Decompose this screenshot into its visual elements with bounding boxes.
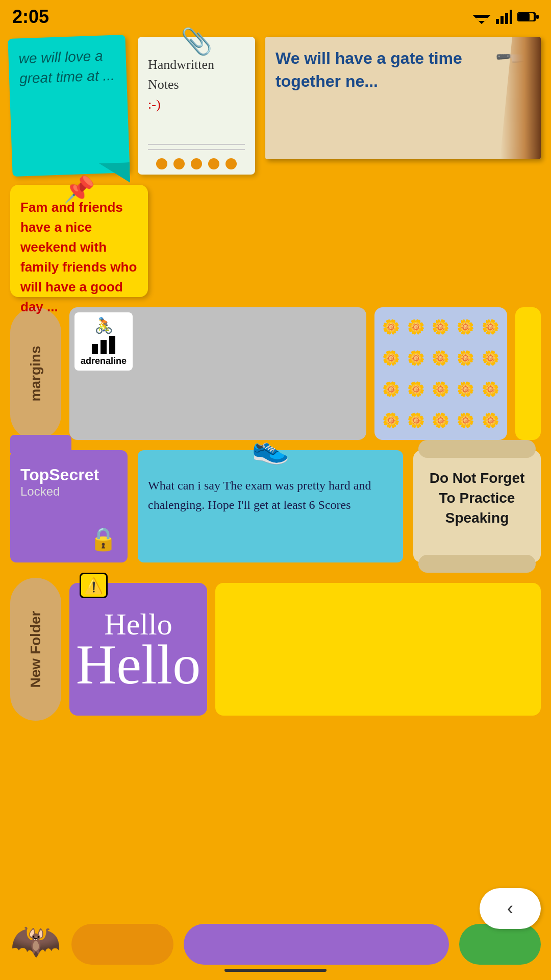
flower: 🌼	[431, 345, 452, 372]
shoe-sticker: 👟	[252, 430, 290, 466]
cyan-note-text: we will love a great time at ...	[18, 45, 117, 89]
row-1: we will love a great time at ... 📎 Handw…	[10, 37, 541, 175]
flower: 🌼	[431, 313, 452, 340]
burnt-note-text: We will have a gate time together ne...	[276, 47, 531, 93]
svg-rect-10	[518, 13, 530, 20]
yellow-widget[interactable]	[515, 307, 541, 440]
flower: 🌼	[381, 313, 402, 340]
bottom-purple[interactable]	[184, 924, 449, 965]
svg-marker-2	[479, 21, 485, 24]
dots-row	[148, 158, 245, 169]
stripe2	[101, 340, 107, 354]
stripe3	[109, 336, 115, 354]
warning-badge: ⚠️	[80, 573, 108, 598]
yellow-pin-note[interactable]: 📌 Fam and friends have a nice weekend wi…	[10, 185, 148, 297]
adidas-text: adrenaline	[81, 356, 127, 366]
hello-text-container: Hello Hello	[76, 609, 201, 690]
row-5: New Folder ⚠️ Hello Hello	[10, 578, 541, 721]
flower: 🌼	[455, 376, 476, 403]
folder-subtitle: Locked	[20, 484, 117, 499]
flower: 🌼	[431, 407, 452, 434]
flower: 🌼	[480, 313, 501, 340]
battery-icon	[517, 11, 539, 22]
flower: 🌼	[406, 376, 427, 403]
bottom-area: 🦇	[0, 878, 551, 980]
scroll-text: Do Not Forget To Practice Speaking	[423, 468, 531, 528]
bottom-green[interactable]	[459, 924, 541, 965]
dot	[173, 158, 185, 169]
lock-icon: 🔒	[89, 526, 117, 552]
flower: 🌼	[406, 345, 427, 372]
shoe-note-text: What can i say The exam was pretty hard …	[148, 476, 393, 515]
flower: 🌼	[381, 376, 402, 403]
row-2: 📌 Fam and friends have a nice weekend wi…	[10, 185, 541, 297]
nav-bar	[224, 969, 327, 972]
svg-rect-4	[500, 16, 504, 24]
status-bar: 2:05	[0, 0, 551, 32]
flower: 🌼	[455, 313, 476, 340]
dot	[226, 158, 237, 169]
signal-icon	[496, 10, 512, 24]
flower: 🌼	[480, 407, 501, 434]
hello-note[interactable]: ⚠️ Hello Hello	[69, 583, 207, 716]
bottom-orange[interactable]	[71, 924, 173, 965]
pin-icon: 📌	[63, 175, 95, 204]
margins-widget[interactable]: margins	[10, 307, 61, 440]
scroll-top	[418, 440, 536, 458]
flower: 🌼	[406, 313, 427, 340]
adidas-logo: 🚴 adrenaline	[81, 316, 127, 366]
folder-tab	[10, 435, 71, 453]
status-icons	[472, 10, 539, 24]
shoe-note[interactable]: 👟 What can i say The exam was pretty har…	[138, 450, 403, 562]
lined-lines	[148, 144, 245, 169]
cyan-note[interactable]: we will love a great time at ...	[8, 35, 130, 177]
margins-label: margins	[28, 346, 44, 402]
dot	[191, 158, 202, 169]
dot	[208, 158, 219, 169]
svg-rect-3	[496, 19, 499, 24]
lined-note-title: HandwrittenNotes:-)	[148, 55, 245, 114]
stripe1	[92, 344, 98, 354]
flower: 🌼	[480, 376, 501, 403]
svg-rect-8	[536, 15, 539, 19]
lined-note[interactable]: 📎 HandwrittenNotes:-)	[138, 37, 255, 175]
top-secret-folder[interactable]: TopSecret Locked 🔒	[10, 450, 128, 562]
svg-rect-5	[505, 13, 508, 24]
row-3: margins 🚴 adrenaline 🌼	[10, 307, 541, 440]
hello-lower: Hello	[76, 640, 201, 690]
back-button[interactable]: ‹	[480, 888, 541, 929]
wifi-icon	[472, 10, 491, 24]
flower: 🌼	[381, 407, 402, 434]
yellow-empty-note[interactable]	[215, 583, 541, 716]
flower: 🌼	[406, 407, 427, 434]
new-folder-label: New Folder	[28, 611, 44, 688]
new-folder-widget[interactable]: New Folder	[10, 578, 61, 721]
gray-widget[interactable]: 🚴 adrenaline	[69, 307, 366, 440]
floral-widget[interactable]: 🌼 🌼 🌼 🌼 🌼 🌼 🌼 🌼 🌼 🌼 🌼 🌼 🌼 🌼 🌼 🌼 🌼 🌼 🌼	[374, 307, 507, 440]
flower: 🌼	[431, 376, 452, 403]
dot	[156, 158, 167, 169]
flower: 🌼	[455, 407, 476, 434]
flower: 🌼	[455, 345, 476, 372]
svg-rect-6	[510, 10, 512, 24]
status-time: 2:05	[12, 6, 49, 28]
adidas-sticker: 🚴 adrenaline	[74, 312, 133, 371]
yellow-pin-note-text: Fam and friends have a nice weekend with…	[20, 198, 138, 317]
folder-title: TopSecret	[20, 465, 117, 484]
bat-sticker: 🦇	[10, 917, 61, 965]
adidas-stripes	[92, 336, 115, 354]
floral-pattern: 🌼 🌼 🌼 🌼 🌼 🌼 🌼 🌼 🌼 🌼 🌼 🌼 🌼 🌼 🌼 🌼 🌼 🌼 🌼	[374, 307, 507, 440]
scroll-note[interactable]: Do Not Forget To Practice Speaking	[413, 450, 541, 562]
main-content: we will love a great time at ... 📎 Handw…	[0, 32, 551, 726]
scroll-bottom	[418, 555, 536, 573]
flower: 🌼	[381, 345, 402, 372]
back-icon: ‹	[507, 898, 513, 919]
row-4: TopSecret Locked 🔒 👟 What can i say The …	[10, 450, 541, 562]
burnt-note[interactable]: 🔪 We will have a gate time together ne..…	[265, 37, 541, 159]
flower: 🌼	[480, 345, 501, 372]
